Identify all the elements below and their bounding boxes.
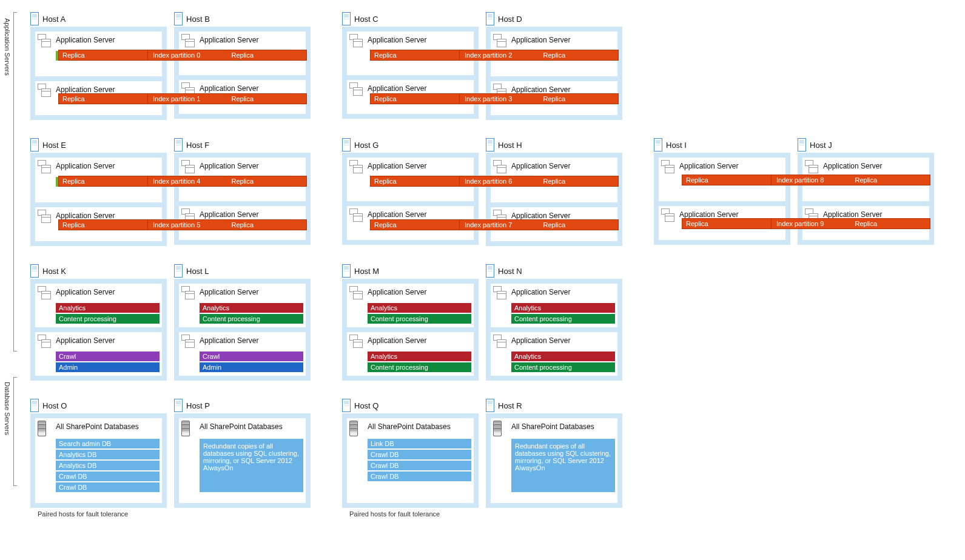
- db-item: Search admin DB: [56, 439, 160, 448]
- server-icon: [342, 138, 351, 152]
- database-icon: [181, 421, 196, 438]
- server-icon: [798, 138, 806, 152]
- db-item: Analytics DB: [56, 450, 160, 459]
- app-server-icon: [493, 160, 508, 176]
- db-item: Link DB: [368, 439, 471, 448]
- app-server-icon: [38, 34, 52, 50]
- app-server-icon: [181, 34, 196, 50]
- host-title: Host B: [186, 15, 210, 24]
- app-server-icon: [38, 286, 52, 302]
- component-content-processing: Content processing: [368, 314, 471, 324]
- component-analytics: Analytics: [200, 303, 303, 313]
- host-q: Host Q All SharePoint Databases Link DB …: [342, 399, 479, 508]
- server-icon: [486, 12, 494, 25]
- server-icon: [30, 399, 39, 412]
- redundant-copies-text: Redundant copies of all databases using …: [511, 439, 615, 492]
- component-crawl: Crawl: [200, 352, 303, 361]
- host-l: Host L Application Server Analytics Cont…: [174, 264, 311, 381]
- db-item: Crawl DB: [56, 472, 160, 481]
- server-icon: [174, 12, 183, 25]
- component-analytics: Analytics: [368, 352, 471, 361]
- app-server-icon: [38, 335, 52, 350]
- host-m: Host M Application Server Analytics Cont…: [342, 264, 479, 381]
- server-icon: [486, 138, 494, 152]
- partition-label: Index partition 1: [148, 93, 228, 104]
- host-k: Host K Application Server Analytics Cont…: [30, 264, 167, 381]
- pair-gh: Host G Application Server Application Se…: [342, 138, 630, 246]
- pair-cd: Host C Application Server Application Se…: [342, 12, 630, 120]
- index-partition-5-bar: ReplicaIndex partition 5Replica: [58, 219, 307, 230]
- component-analytics: Analytics: [368, 303, 471, 313]
- component-admin: Admin: [56, 362, 160, 372]
- section-label-app-servers: Application Servers: [4, 18, 11, 76]
- host-title: Host A: [42, 15, 66, 24]
- app-server-icon: [805, 160, 819, 176]
- row-3: Host K Application Server Analytics Cont…: [30, 264, 953, 381]
- app-server-icon: [661, 160, 676, 176]
- server-icon: [174, 399, 183, 412]
- server-icon: [342, 264, 351, 278]
- app-server-title: Application Server: [200, 36, 258, 44]
- host-title: Host D: [498, 15, 522, 24]
- server-icon: [30, 12, 39, 25]
- server-icon: [486, 399, 494, 412]
- app-server-icon: [349, 34, 364, 50]
- pair-ij: Host I Application Server Application Se…: [654, 138, 941, 246]
- app-server-title: Application Server: [56, 36, 115, 44]
- index-partition-8-bar: ReplicaIndex partition 8Replica: [682, 175, 930, 185]
- app-server-icon: [661, 208, 676, 224]
- replica-right: Replica: [228, 50, 308, 61]
- server-icon: [174, 138, 183, 152]
- paired-hosts-caption: Paired hosts for fault tolerance: [349, 510, 630, 518]
- db-item: Analytics DB: [56, 461, 160, 470]
- app-server-icon: [349, 160, 364, 176]
- bracket-app-servers: [13, 12, 17, 352]
- app-server-icon: [181, 160, 196, 176]
- paired-hosts-caption: Paired hosts for fault tolerance: [38, 510, 318, 518]
- app-server-icon: [38, 84, 52, 99]
- section-label-db-servers: Database Servers: [4, 382, 11, 435]
- index-partition-0-bar: Replica Index partition 0 Replica: [58, 50, 307, 61]
- app-server-icon: [349, 335, 364, 350]
- component-crawl: Crawl: [56, 352, 160, 361]
- index-partition-2-bar: ReplicaIndex partition 2Replica: [370, 50, 619, 61]
- app-server-icon: [493, 335, 508, 350]
- app-server-icon: [349, 208, 364, 224]
- row-2: Host E Application Server Query processi…: [30, 138, 953, 246]
- index-partition-6-bar: ReplicaIndex partition 6Replica: [370, 176, 619, 187]
- pair-ab: Host A Application Server Query processi…: [30, 12, 318, 120]
- server-icon: [30, 138, 39, 152]
- component-admin: Admin: [200, 362, 303, 372]
- app-server-icon: [38, 160, 52, 176]
- component-content-processing: Content processing: [368, 362, 471, 372]
- bracket-db-servers: [13, 377, 17, 486]
- index-partition-7-bar: ReplicaIndex partition 7Replica: [370, 219, 619, 230]
- pair-mn: Host M Application Server Analytics Cont…: [342, 264, 630, 381]
- pair-op: Host O All SharePoint Databases Search a…: [30, 399, 318, 518]
- app-server-icon: [493, 286, 508, 302]
- component-content-processing: Content processing: [200, 314, 303, 324]
- db-item: Crawl DB: [368, 472, 471, 481]
- server-icon: [342, 399, 351, 412]
- redundant-copies-text: Redundant copies of all databases using …: [200, 439, 303, 492]
- db-item: Crawl DB: [368, 450, 471, 459]
- pair-ef: Host E Application Server Query processi…: [30, 138, 318, 246]
- replica-right: Replica: [228, 93, 308, 104]
- server-icon: [30, 264, 39, 278]
- component-analytics: Analytics: [56, 303, 160, 313]
- app-server-icon: [349, 82, 364, 98]
- database-icon: [349, 421, 364, 438]
- index-partition-9-bar: ReplicaIndex partition 9Replica: [682, 218, 930, 229]
- host-r: Host R All SharePoint Databases Redundan…: [486, 399, 622, 508]
- replica-left: Replica: [58, 50, 148, 61]
- index-partition-4-bar: ReplicaIndex partition 4Replica: [58, 176, 307, 187]
- pair-kl: Host K Application Server Analytics Cont…: [30, 264, 318, 381]
- partition-label: Index partition 0: [148, 50, 228, 61]
- pair-qr: Host Q All SharePoint Databases Link DB …: [342, 399, 630, 518]
- app-server-icon: [181, 335, 196, 350]
- server-icon: [174, 264, 183, 278]
- diagram-canvas: Application Servers Database Servers Hos…: [0, 0, 965, 560]
- row-db: Host O All SharePoint Databases Search a…: [30, 399, 953, 518]
- component-content-processing: Content processing: [511, 362, 615, 372]
- server-icon: [486, 264, 494, 278]
